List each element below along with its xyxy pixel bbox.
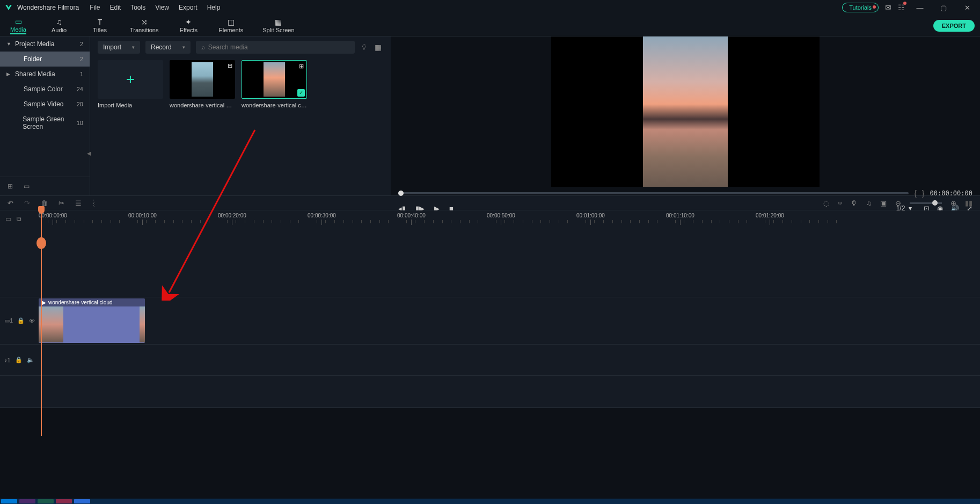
ruler-subtick xyxy=(648,220,649,223)
import-dropdown[interactable]: Import ▾ xyxy=(98,41,140,54)
seek-handle[interactable] xyxy=(398,191,404,196)
ruler-subtick xyxy=(353,220,353,223)
close-button[interactable]: ✕ xyxy=(959,4,976,12)
menu-file[interactable]: File xyxy=(90,4,100,11)
audio-mixer-icon[interactable]: ♫ xyxy=(866,199,872,207)
split-button[interactable]: ✂ xyxy=(58,199,64,207)
export-button[interactable]: EXPORT xyxy=(933,20,975,32)
ruler-tick: 00:01:00:00 xyxy=(576,213,605,225)
import-media-tile[interactable]: +Import Media xyxy=(98,60,163,108)
sidebar-item-count: 10 xyxy=(77,120,83,126)
zoom-handle[interactable] xyxy=(932,200,938,206)
timeline-empty-area[interactable] xyxy=(0,228,980,297)
seek-bar[interactable] xyxy=(398,192,909,194)
ruler-subtick xyxy=(514,220,514,223)
zoom-out-button[interactable]: ⊖ xyxy=(895,199,901,207)
sidebar-item-folder[interactable]: Folder2 xyxy=(0,52,90,67)
menu-help[interactable]: Help xyxy=(207,4,221,11)
preview-canvas[interactable] xyxy=(551,36,820,187)
menu-export[interactable]: Export xyxy=(179,4,198,11)
zoom-in-button[interactable]: ⊕ xyxy=(950,199,956,207)
visibility-icon[interactable]: 👁 xyxy=(29,318,35,324)
zoom-fit-icon[interactable]: ▮▮ xyxy=(965,199,972,207)
tab-label: Effects xyxy=(180,27,198,33)
notification-dot-icon xyxy=(903,2,906,5)
mark-in-icon[interactable]: { xyxy=(914,189,917,198)
ruler-subtick xyxy=(711,220,712,223)
video-track[interactable]: ▭1 🔒 👁 ▶ wondershare-vertical cloud xyxy=(0,297,980,345)
thumbnail-caption: wondershare-vertical pla... xyxy=(170,102,235,108)
tab-titles[interactable]: TTitles xyxy=(87,17,113,34)
filter-icon[interactable]: ⍢ xyxy=(360,43,368,52)
tab-transitions[interactable]: ⤭Transitions xyxy=(128,17,160,34)
ruler-subtick xyxy=(119,220,120,223)
message-icon[interactable]: ✉ xyxy=(885,3,891,12)
audio-track[interactable]: ♪1 🔒 🔈 xyxy=(0,345,980,376)
voiceover-icon[interactable]: 🎙 xyxy=(851,199,858,207)
taskbar-item[interactable] xyxy=(74,499,90,503)
plus-icon: + xyxy=(126,71,135,88)
mute-icon[interactable]: 🔈 xyxy=(27,356,34,363)
ruler-subtick xyxy=(675,220,676,223)
media-thumbnail[interactable]: ⊞✓wondershare-vertical clo... xyxy=(242,60,307,108)
ruler-subtick xyxy=(272,220,272,223)
record-dropdown[interactable]: Record ▾ xyxy=(145,41,191,54)
add-to-timeline-icon[interactable]: ⊞ xyxy=(226,62,233,70)
lock-icon[interactable]: 🔒 xyxy=(15,356,23,363)
ruler-subtick xyxy=(101,220,102,223)
media-thumbnail[interactable]: ⊞wondershare-vertical pla... xyxy=(170,60,235,108)
taskbar-item[interactable] xyxy=(38,499,54,503)
menu-view[interactable]: View xyxy=(155,4,169,11)
undo-button[interactable]: ↶ xyxy=(8,199,13,207)
link-icon[interactable]: ⧉ xyxy=(17,215,21,223)
tab-elements[interactable]: ◫Elements xyxy=(216,17,245,34)
ruler-subtick xyxy=(782,220,783,223)
sidebar-item-sample-video[interactable]: Sample Video20 xyxy=(0,97,90,112)
taskbar-item[interactable] xyxy=(56,499,72,503)
collapse-sidebar-icon[interactable]: ◀ xyxy=(87,150,91,156)
ruler-subtick xyxy=(451,220,451,223)
sidebar-item-project-media[interactable]: ▼Project Media2 xyxy=(0,36,90,52)
ruler-subtick xyxy=(298,220,299,223)
clip-thumbnail xyxy=(39,306,63,342)
video-clip[interactable]: ▶ wondershare-vertical cloud xyxy=(39,298,145,343)
ruler-subtick xyxy=(720,220,720,223)
minimize-button[interactable]: ― xyxy=(911,4,928,12)
tab-label: Split Screen xyxy=(262,27,294,33)
tab-audio[interactable]: ♫Audio xyxy=(46,17,72,34)
marker-icon[interactable]: ⎃ xyxy=(838,199,842,207)
audio-wave-icon[interactable]: ⦚ xyxy=(92,199,96,207)
menu-tools[interactable]: Tools xyxy=(130,4,145,11)
tutorials-button[interactable]: Tutorials xyxy=(842,3,879,12)
delete-button[interactable]: 🗑 xyxy=(41,199,48,207)
zoom-slider[interactable] xyxy=(910,202,942,204)
track-manage-icon[interactable]: ▭ xyxy=(5,215,11,223)
sidebar-item-sample-green-screen[interactable]: Sample Green Screen10 xyxy=(0,112,90,134)
ruler-subtick xyxy=(504,220,505,223)
search-input[interactable] xyxy=(208,43,349,51)
search-input-wrapper[interactable]: ⌕ xyxy=(196,41,355,54)
lock-icon[interactable]: 🔒 xyxy=(17,317,25,324)
timeline-ruler[interactable]: ▭ ⧉ 00:00:00:0000:00:10:0000:00:20:0000:… xyxy=(0,210,980,228)
redo-button[interactable]: ↷ xyxy=(24,199,30,207)
maximize-button[interactable]: ▢ xyxy=(935,4,952,12)
taskbar-item[interactable] xyxy=(19,499,35,503)
crop-icon[interactable]: ▣ xyxy=(880,199,887,207)
tab-effects[interactable]: ✦Effects xyxy=(175,17,201,34)
taskbar-item[interactable] xyxy=(1,499,17,503)
render-icon[interactable]: ◌ xyxy=(823,199,829,207)
adjust-icon[interactable]: ☰ xyxy=(75,199,82,207)
add-to-timeline-icon[interactable]: ⊞ xyxy=(298,62,305,70)
mark-out-icon[interactable]: } xyxy=(922,189,925,198)
tab-split-screen[interactable]: ▦Split Screen xyxy=(260,17,296,34)
menu-edit[interactable]: Edit xyxy=(110,4,121,11)
tab-media[interactable]: ▭Media xyxy=(5,16,31,35)
sidebar-item-sample-color[interactable]: Sample Color24 xyxy=(0,82,90,97)
media-sidebar: ▼Project Media2Folder2▶Shared Media1Samp… xyxy=(0,36,90,195)
task-list-icon[interactable]: ☷ xyxy=(898,3,905,12)
sidebar-item-shared-media[interactable]: ▶Shared Media1 xyxy=(0,67,90,82)
view-grid-icon[interactable]: ▦ xyxy=(373,43,383,52)
new-folder-icon[interactable]: ⊞ xyxy=(8,182,13,190)
folder-open-icon[interactable]: ▭ xyxy=(24,182,30,190)
timeline-empty-area[interactable] xyxy=(0,376,980,408)
